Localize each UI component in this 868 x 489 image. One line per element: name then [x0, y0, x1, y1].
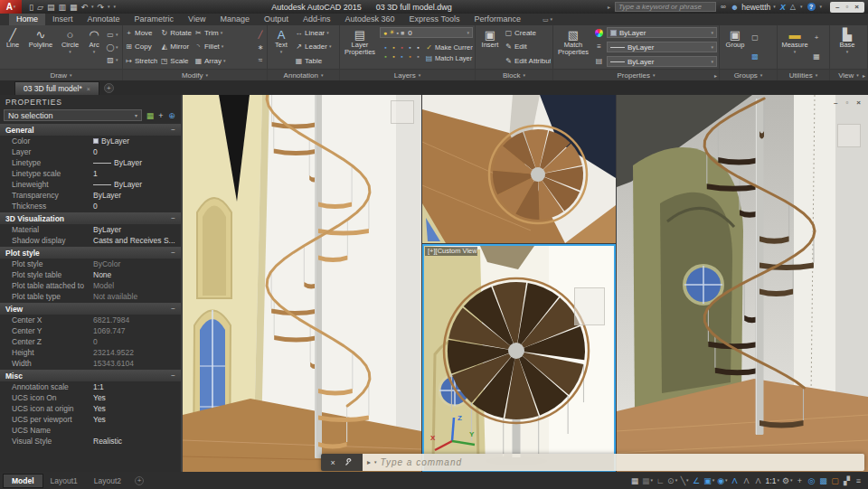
layer-tool-icon[interactable]: ▪ — [398, 44, 406, 53]
exchange-apps-icon[interactable]: X — [780, 3, 786, 12]
property-row-visual-style[interactable]: Visual StyleRealistic — [0, 436, 181, 447]
mirror-button[interactable]: ◭Mirror — [160, 41, 192, 52]
offset-button[interactable]: ≈ — [256, 56, 265, 64]
panel-title[interactable]: Draw▾ — [0, 69, 122, 80]
erase-icon[interactable]: ╱ — [256, 31, 265, 39]
text-button[interactable]: AText▾ — [269, 26, 293, 68]
quick-calculator-icon[interactable]: ▦ — [812, 52, 821, 61]
view-cube[interactable] — [837, 124, 861, 147]
panel-title[interactable]: Block▾ — [476, 69, 552, 80]
hatch-button[interactable]: ▨▾ — [106, 56, 118, 64]
layer-select[interactable]: ●☀▪■0▾ — [380, 27, 473, 38]
layout-tab-model[interactable]: Model — [4, 475, 42, 487]
collapse-icon[interactable]: − — [171, 249, 175, 257]
tab-add-ins[interactable]: Add-ins — [296, 14, 338, 25]
color-wheel-icon[interactable] — [595, 29, 603, 37]
help-icon[interactable]: ? — [807, 3, 816, 11]
fullscreen-icon[interactable]: ▞ — [841, 474, 853, 487]
property-row-plot-table-type[interactable]: Plot table typeNot available — [0, 291, 181, 302]
object-color-select[interactable]: ByLayer▾ — [607, 27, 717, 38]
panel-title[interactable]: Utilities▾ — [778, 69, 829, 80]
viewport-active[interactable]: [+][Custom View] Z X Y — [422, 244, 616, 472]
annotation-autoscale-icon[interactable]: Λ — [741, 474, 752, 487]
property-row-lineweight[interactable]: LineweightByLayer — [0, 179, 181, 190]
graphics-performance-icon[interactable]: ▩ — [817, 474, 829, 487]
rectangle-icon[interactable]: ▭ — [106, 31, 115, 39]
copy-button[interactable]: ⊞Copy — [125, 41, 157, 52]
property-row-ucs-icon-at-origin[interactable]: UCS icon at originYes — [0, 403, 181, 414]
object-snap-icon[interactable]: ▣▾ — [703, 474, 716, 487]
selection-dropdown[interactable]: No selection ▾ — [4, 109, 142, 121]
edit-button[interactable]: ✎Edit — [505, 41, 551, 52]
arc-button[interactable]: ◠Arc▾ — [84, 26, 104, 68]
tab-manage[interactable]: Manage — [212, 14, 257, 25]
tab-express-tools[interactable]: Express Tools — [402, 14, 467, 25]
close-button[interactable]: × — [856, 99, 861, 107]
polar-tracking-icon[interactable]: ⊙▾ — [666, 474, 679, 487]
object-snap-tracking-icon[interactable]: ∠ — [691, 474, 703, 487]
panel-title[interactable]: Annotation▾ — [268, 69, 339, 80]
property-row-width[interactable]: Width15343.6104 — [0, 358, 181, 369]
property-row-ucs-per-viewport[interactable]: UCS per viewportYes — [0, 414, 181, 425]
save-as-icon[interactable]: ▥ — [58, 3, 66, 12]
edit-attributes-button[interactable]: ✎Edit Attributes▾ — [505, 55, 551, 67]
lineweight-icon[interactable]: ≡ — [595, 42, 604, 51]
workspace-switching-icon[interactable]: ⚙▾ — [780, 474, 794, 487]
property-row-material[interactable]: MaterialByLayer — [0, 224, 181, 235]
minimize-button[interactable]: – — [835, 3, 839, 11]
layer-tool-icon[interactable]: ▪ — [382, 53, 390, 62]
viewport-left[interactable] — [183, 95, 421, 472]
restore-button[interactable]: ▫ — [845, 3, 848, 11]
offset-icon[interactable]: ≈ — [256, 56, 265, 64]
property-row-ucs-icon-on[interactable]: UCS icon OnYes — [0, 392, 181, 403]
match-properties-button[interactable]: ▧Match Properties — [555, 26, 591, 68]
layer-tool-icon[interactable]: ▪ — [414, 44, 422, 53]
explode-icon[interactable]: ∗ — [256, 43, 265, 52]
pick-add-icon[interactable]: + — [156, 111, 166, 120]
section-header-misc[interactable]: Misc− — [0, 370, 181, 381]
redo-icon[interactable]: ↷ — [97, 3, 104, 12]
property-row-center-z[interactable]: Center Z0 — [0, 336, 181, 347]
viewport-top-middle[interactable] — [422, 95, 616, 243]
id-point-button[interactable]: + — [812, 33, 821, 42]
close-button[interactable]: × — [854, 3, 859, 11]
save-icon[interactable]: ▤ — [47, 3, 55, 12]
property-row-plot-style-table[interactable]: Plot style tableNone — [0, 269, 181, 280]
linear-button[interactable]: ↔Linear▾ — [295, 27, 337, 39]
section-header-3d-visualization[interactable]: 3D Visualization− — [0, 212, 181, 224]
circle-button[interactable]: ○Circle▾ — [58, 26, 82, 68]
tab-performance[interactable]: Performance — [467, 14, 528, 25]
toggle-value-icon[interactable]: ▦ — [145, 111, 156, 120]
linetype-select[interactable]: ByLayer▾ — [607, 56, 717, 67]
panel-title[interactable]: Groups▾ — [720, 69, 777, 80]
property-row-center-x[interactable]: Center X6821.7984 — [0, 315, 181, 325]
rectangle-button[interactable]: ▭▾ — [106, 31, 118, 39]
make-current-button[interactable]: ✓Make Current — [425, 42, 473, 52]
app-menu-button[interactable]: A▾ — [0, 0, 22, 14]
explode-button[interactable]: ∗ — [256, 43, 265, 52]
property-row-color[interactable]: ColorByLayer — [0, 136, 181, 146]
minimize-button[interactable]: – — [834, 99, 837, 107]
tab-output[interactable]: Output — [257, 14, 296, 25]
property-row-thickness[interactable]: Thickness0 — [0, 201, 181, 212]
stretch-button[interactable]: ↦Stretch — [125, 55, 157, 67]
property-row-center-y[interactable]: Center Y1069.747 — [0, 325, 181, 336]
layout-tab-layout1[interactable]: Layout1 — [42, 475, 86, 487]
viewport-right[interactable]: – ▫ × — [617, 95, 868, 472]
isolate-objects-icon[interactable]: ◎ — [806, 474, 817, 487]
section-header-plot-style[interactable]: Plot style− — [0, 247, 181, 259]
property-row-ucs-name[interactable]: UCS Name — [0, 425, 181, 436]
panel-title[interactable]: Modify▾ — [123, 69, 267, 80]
view-cube[interactable] — [391, 100, 414, 124]
isometric-drafting-icon[interactable]: ╲▾ — [679, 474, 691, 487]
ellipse-icon[interactable]: ◯ — [106, 43, 115, 52]
view-cube[interactable] — [574, 287, 605, 325]
erase-button[interactable]: ╱ — [256, 31, 265, 39]
fillet-button[interactable]: ◝Fillet▾ — [194, 41, 226, 52]
search-collapse-icon[interactable]: ▸ — [608, 4, 610, 10]
collapse-icon[interactable]: − — [171, 214, 175, 222]
layer-properties-button[interactable]: ▤Layer Properties — [342, 26, 378, 68]
layer-tool-icon[interactable]: ▪ — [398, 53, 406, 62]
lineweight-select[interactable]: ByLayer▾ — [607, 42, 717, 52]
wrench-icon[interactable] — [344, 458, 353, 466]
